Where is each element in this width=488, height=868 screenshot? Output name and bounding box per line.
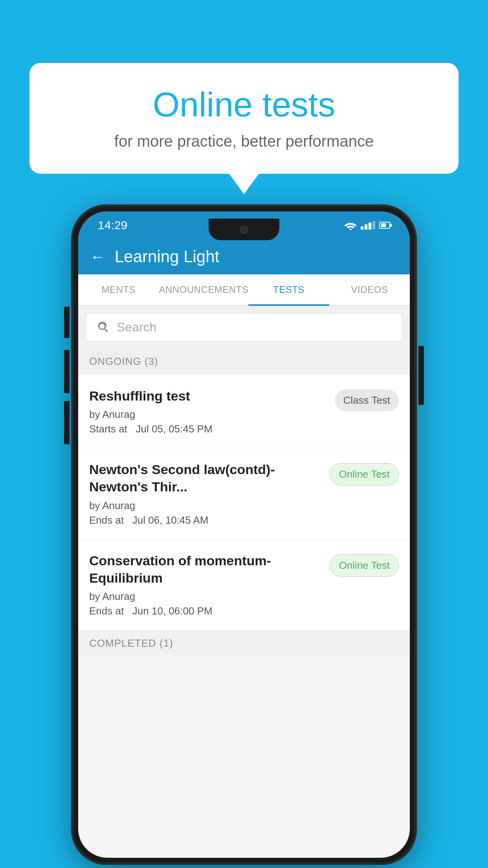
test-time-3: Ends at Jun 10, 06:00 PM [89,605,322,617]
status-time: 14:29 [98,219,127,232]
camera-button [64,401,70,444]
phone-screen: 14:29 [78,211,410,858]
search-container: Search [78,306,410,348]
test-time-1: Starts at Jul 05, 05:45 PM [89,423,327,435]
volume-down-button [64,350,70,393]
tab-announcements[interactable]: ANNOUNCEMENTS [159,274,248,305]
completed-section-header: COMPLETED (1) [78,630,410,657]
test-by-3: by Anurag [89,590,322,603]
svg-point-0 [350,229,352,230]
test-name-2: Newton's Second law(contd)-Newton's Thir… [89,461,322,495]
test-badge-1: Class Test [335,390,399,411]
battery-fill [381,223,386,227]
test-by-1: by Anurag [89,408,327,421]
battery-icon [379,222,390,229]
power-button [418,346,424,405]
test-info-2: Newton's Second law(contd)-Newton's Thir… [89,461,322,526]
ongoing-section-header: ONGOING (3) [78,348,410,375]
app-title: Learning Light [115,247,219,266]
status-icons [344,221,390,230]
test-item-3[interactable]: Conservation of momentum-Equilibrium by … [78,539,410,630]
wifi-icon [344,221,357,230]
search-icon [96,320,110,334]
test-badge-2: Online Test [330,463,399,485]
back-button[interactable]: ← [90,249,105,264]
volume-up-button [64,307,70,338]
test-badge-3: Online Test [330,554,399,577]
test-name-1: Reshuffling test [89,387,327,405]
tab-tests[interactable]: TESTS [248,274,329,305]
test-name-3: Conservation of momentum-Equilibrium [89,552,322,587]
bubble-title: Online tests [53,85,435,125]
test-by-2: by Anurag [89,500,322,512]
tab-bar: MENTS ANNOUNCEMENTS TESTS VIDEOS [78,274,410,306]
phone-notch [209,219,279,240]
app-header: ← Learning Light [78,239,410,274]
bubble-subtitle: for more practice, better performance [53,132,435,150]
tab-videos[interactable]: VIDEOS [329,274,410,305]
search-placeholder[interactable]: Search [117,320,156,335]
test-info-3: Conservation of momentum-Equilibrium by … [89,552,322,617]
battery-tip [390,224,392,227]
test-item-2[interactable]: Newton's Second law(contd)-Newton's Thir… [78,448,410,539]
test-item-1[interactable]: Reshuffling test by Anurag Starts at Jul… [78,375,410,448]
front-camera [240,225,248,234]
phone-container: 14:29 [71,204,417,865]
search-bar[interactable]: Search [86,313,402,341]
test-time-2: Ends at Jul 06, 10:45 AM [89,514,322,526]
test-info-1: Reshuffling test by Anurag Starts at Jul… [89,387,327,435]
test-list: Reshuffling test by Anurag Starts at Jul… [78,375,410,630]
signal-icon [361,221,375,230]
tab-ments[interactable]: MENTS [78,274,159,305]
speech-bubble: Online tests for more practice, better p… [29,63,459,174]
